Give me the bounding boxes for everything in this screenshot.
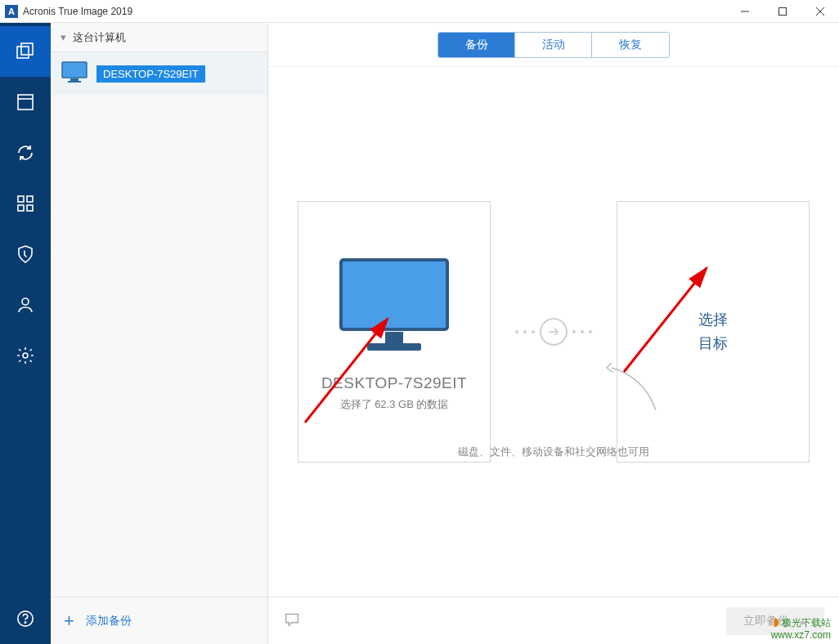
nav-account-icon[interactable]	[0, 280, 51, 330]
svg-rect-18	[68, 81, 81, 83]
add-backup-label: 添加备份	[86, 614, 132, 628]
svg-rect-16	[62, 62, 87, 78]
svg-rect-20	[385, 332, 403, 343]
comment-icon[interactable]	[283, 610, 301, 632]
tabbar: 备份 活动 恢复	[268, 23, 839, 67]
flow-indicator	[515, 318, 592, 346]
svg-point-13	[23, 353, 28, 358]
svg-point-15	[25, 622, 25, 623]
source-card[interactable]: DESKTOP-7S29EIT 选择了 62.3 GB 的数据	[298, 201, 491, 463]
backup-config-area: DESKTOP-7S29EIT 选择了 62.3 GB 的数据 选择 目标	[268, 67, 839, 597]
tab-restore[interactable]: 恢复	[592, 33, 669, 57]
target-line2: 目标	[698, 332, 728, 356]
window-title: Acronis True Image 2019	[23, 6, 132, 17]
sidebar-item-name: DESKTOP-7S29EIT	[96, 65, 205, 83]
minimize-button[interactable]	[726, 0, 764, 23]
svg-rect-9	[27, 196, 33, 202]
chevron-down-icon: ▾	[61, 31, 66, 43]
svg-rect-8	[18, 196, 24, 202]
target-card[interactable]: 选择 目标	[617, 201, 810, 463]
target-line1: 选择	[698, 308, 728, 332]
svg-rect-6	[18, 95, 33, 110]
svg-rect-17	[70, 78, 79, 81]
titlebar: A Acronis True Image 2019	[0, 0, 839, 23]
nav-sync-icon[interactable]	[0, 127, 51, 178]
svg-rect-1	[779, 7, 787, 15]
computer-icon	[333, 252, 455, 358]
tab-activity[interactable]: 活动	[515, 33, 592, 57]
sidebar-backup-item[interactable]: DESKTOP-7S29EIT	[51, 52, 267, 95]
add-backup-button[interactable]: + 添加备份	[51, 597, 267, 644]
maximize-button[interactable]	[764, 0, 801, 23]
plus-icon: +	[64, 610, 74, 632]
nav-protection-icon[interactable]	[0, 229, 51, 280]
nav-backup-icon[interactable]	[0, 26, 51, 77]
nav-tools-icon[interactable]	[0, 178, 51, 229]
nav-help-icon[interactable]	[0, 593, 51, 644]
nav-archive-icon[interactable]	[0, 77, 51, 127]
svg-rect-21	[367, 343, 421, 351]
chevron-up-icon: ▲	[799, 616, 808, 626]
left-nav	[0, 23, 51, 644]
tab-backup[interactable]: 备份	[438, 33, 515, 57]
app-logo-icon: A	[5, 5, 18, 18]
close-button[interactable]	[801, 0, 839, 23]
svg-rect-10	[18, 205, 24, 211]
svg-rect-19	[341, 260, 447, 329]
source-subtitle: 选择了 62.3 GB 的数据	[340, 397, 449, 412]
sidebar-header-label: 这台计算机	[73, 30, 126, 45]
bottom-bar: 立即备份 ▲	[268, 597, 839, 644]
nav-settings-icon[interactable]	[0, 330, 51, 381]
backup-now-button[interactable]: 立即备份 ▲	[726, 607, 824, 635]
backup-now-label: 立即备份	[743, 614, 789, 628]
monitor-icon	[61, 60, 88, 87]
source-name: DESKTOP-7S29EIT	[321, 374, 467, 392]
svg-point-12	[22, 298, 29, 305]
sidebar-header[interactable]: ▾ 这台计算机	[51, 23, 267, 52]
arrow-right-icon	[540, 318, 568, 346]
source-hint-text: 磁盘、文件、移动设备和社交网络也可用	[268, 445, 839, 459]
svg-rect-4	[17, 47, 29, 58]
main-area: 备份 活动 恢复 DESKTOP-7S29EIT 选择了 62.3 GB 的数据	[268, 23, 839, 644]
svg-rect-11	[27, 205, 33, 211]
svg-rect-5	[21, 43, 33, 55]
sidebar: ▾ 这台计算机 DESKTOP-7S29EIT + 添加备份	[51, 23, 268, 644]
